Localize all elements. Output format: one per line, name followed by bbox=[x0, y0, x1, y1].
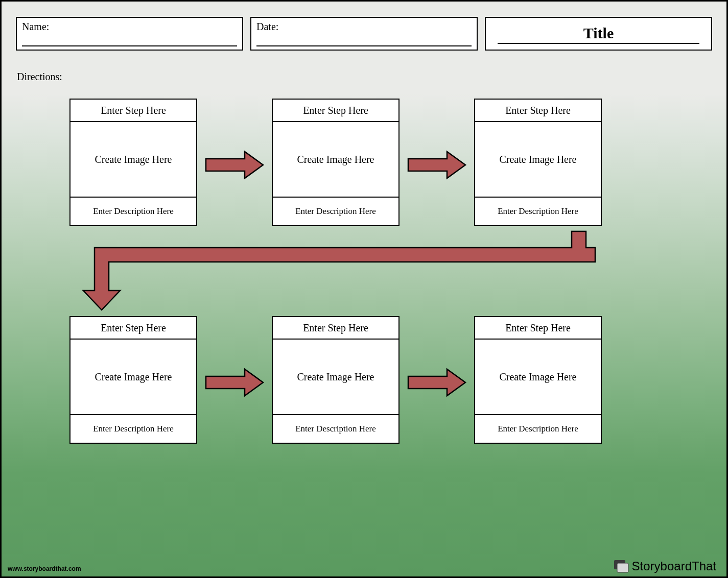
footer-brand-text: StoryboardThat bbox=[632, 559, 716, 573]
arrow-right-icon bbox=[407, 150, 467, 180]
directions-label: Directions: bbox=[17, 71, 62, 83]
arrow-right-icon bbox=[205, 150, 265, 180]
step-box-6[interactable]: Enter Step Here Create Image Here Enter … bbox=[474, 316, 602, 444]
svg-marker-0 bbox=[206, 152, 263, 178]
brand-icon bbox=[614, 560, 629, 573]
step-description[interactable]: Enter Description Here bbox=[71, 198, 196, 225]
worksheet-page: Name: Date: Title Directions: Enter Step… bbox=[0, 0, 728, 578]
svg-marker-3 bbox=[408, 369, 465, 396]
step-title[interactable]: Enter Step Here bbox=[273, 317, 398, 340]
arrow-right-icon bbox=[205, 367, 265, 398]
step-box-2[interactable]: Enter Step Here Create Image Here Enter … bbox=[272, 99, 400, 226]
step-image[interactable]: Create Image Here bbox=[475, 122, 601, 198]
step-description[interactable]: Enter Description Here bbox=[475, 415, 601, 443]
step-title[interactable]: Enter Step Here bbox=[273, 100, 398, 122]
date-box[interactable]: Date: bbox=[250, 17, 478, 51]
title-text: Title bbox=[583, 25, 614, 42]
step-box-3[interactable]: Enter Step Here Create Image Here Enter … bbox=[474, 99, 602, 226]
step-image[interactable]: Create Image Here bbox=[71, 122, 196, 198]
step-title[interactable]: Enter Step Here bbox=[71, 100, 196, 122]
arrow-right-icon bbox=[407, 367, 467, 398]
footer-brand: StoryboardThat bbox=[614, 559, 716, 573]
arrow-connector-icon bbox=[76, 230, 597, 312]
step-box-5[interactable]: Enter Step Here Create Image Here Enter … bbox=[272, 316, 400, 444]
name-label: Name: bbox=[22, 21, 237, 33]
svg-rect-6 bbox=[617, 563, 628, 572]
step-box-1[interactable]: Enter Step Here Create Image Here Enter … bbox=[69, 99, 197, 226]
title-box[interactable]: Title bbox=[485, 17, 712, 51]
step-title[interactable]: Enter Step Here bbox=[475, 317, 601, 340]
step-description[interactable]: Enter Description Here bbox=[475, 198, 601, 225]
step-image[interactable]: Create Image Here bbox=[71, 340, 196, 415]
step-description[interactable]: Enter Description Here bbox=[273, 415, 398, 443]
footer-url: www.storyboardthat.com bbox=[8, 565, 81, 572]
name-underline bbox=[22, 45, 237, 46]
step-image[interactable]: Create Image Here bbox=[475, 340, 601, 415]
svg-marker-4 bbox=[83, 231, 595, 310]
name-box[interactable]: Name: bbox=[16, 17, 243, 51]
step-description[interactable]: Enter Description Here bbox=[71, 415, 196, 443]
title-underline bbox=[498, 43, 700, 44]
step-box-4[interactable]: Enter Step Here Create Image Here Enter … bbox=[69, 316, 197, 444]
header-row: Name: Date: Title bbox=[16, 17, 712, 51]
svg-marker-2 bbox=[206, 369, 263, 396]
step-title[interactable]: Enter Step Here bbox=[71, 317, 196, 340]
date-underline bbox=[256, 45, 472, 46]
step-image[interactable]: Create Image Here bbox=[273, 340, 398, 415]
svg-marker-1 bbox=[408, 152, 465, 178]
date-label: Date: bbox=[256, 21, 472, 33]
step-description[interactable]: Enter Description Here bbox=[273, 198, 398, 225]
step-title[interactable]: Enter Step Here bbox=[475, 100, 601, 122]
step-image[interactable]: Create Image Here bbox=[273, 122, 398, 198]
